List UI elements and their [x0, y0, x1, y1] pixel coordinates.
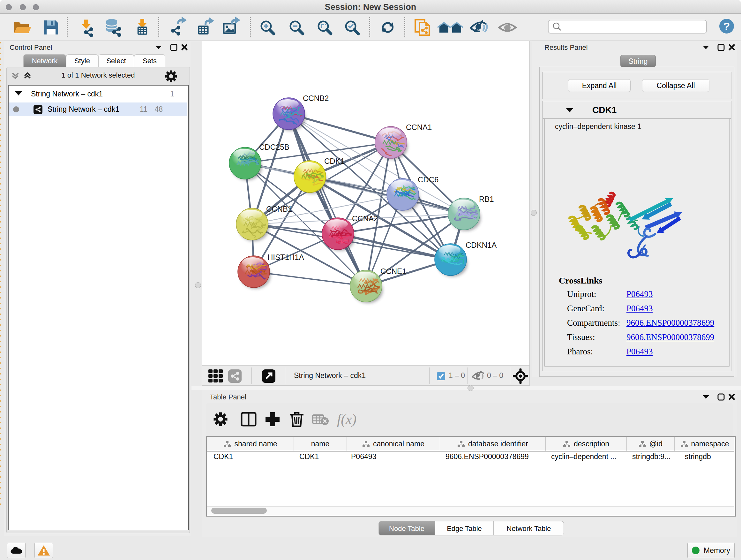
- svg-text:HIST1H1A: HIST1H1A: [267, 253, 304, 261]
- svg-text:CDK1: CDK1: [324, 157, 345, 165]
- svg-text:CDC25B: CDC25B: [259, 143, 289, 151]
- svg-text:CCNB2: CCNB2: [303, 94, 329, 103]
- svg-text:CCNA1: CCNA1: [406, 123, 432, 132]
- svg-text:CDKN1A: CDKN1A: [466, 241, 496, 249]
- svg-text:CDC6: CDC6: [418, 175, 439, 184]
- svg-text:CCNE1: CCNE1: [381, 267, 406, 275]
- svg-text:CCNA2: CCNA2: [352, 214, 378, 223]
- svg-text:CCNB1: CCNB1: [266, 205, 292, 213]
- svg-text:RB1: RB1: [479, 195, 494, 203]
- svg-text:f(x): f(x): [337, 412, 356, 427]
